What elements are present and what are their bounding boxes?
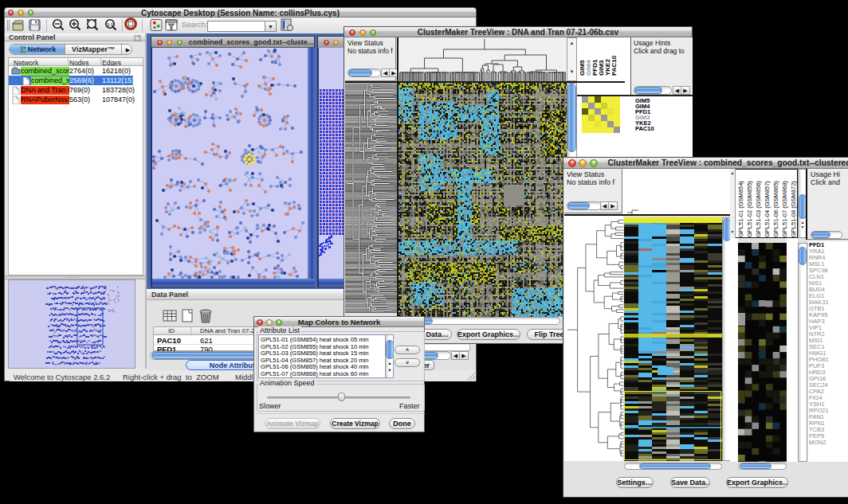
svg-text:1:1: 1:1 bbox=[107, 22, 113, 27]
svg-text:Search:: Search: bbox=[182, 20, 208, 29]
